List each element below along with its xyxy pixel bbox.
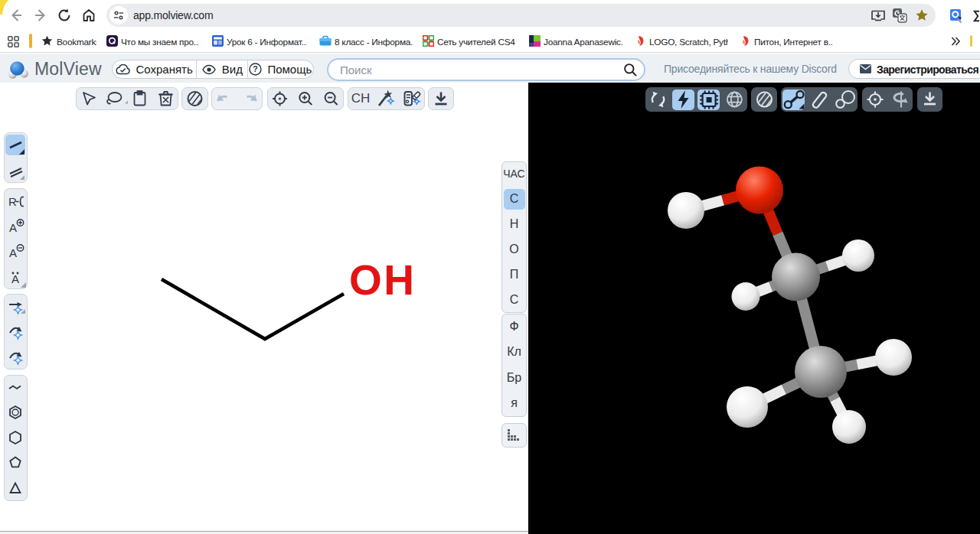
svg-text:A: A (9, 221, 17, 234)
svg-text:CH: CH (351, 91, 371, 106)
svg-text:A: A (11, 272, 19, 285)
svg-text:OH: OH (349, 256, 416, 304)
svg-text:A: A (9, 246, 17, 259)
svg-text:?: ? (253, 64, 258, 73)
svg-text:R: R (8, 195, 17, 208)
